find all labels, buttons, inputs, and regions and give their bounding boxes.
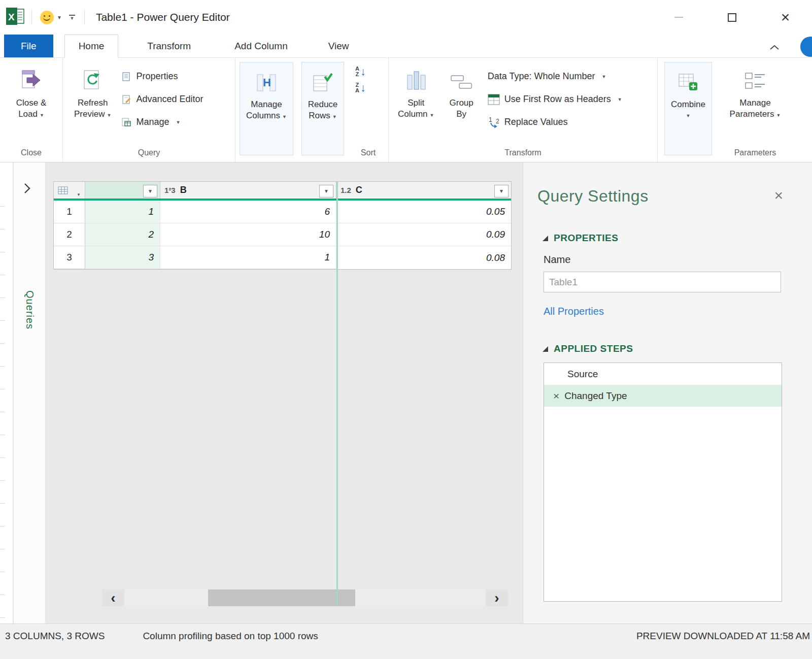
- minimize-button[interactable]: [652, 0, 705, 35]
- status-profiling-info[interactable]: Column profiling based on top 1000 rows: [143, 631, 318, 642]
- applied-step-changed-type[interactable]: × Changed Type: [544, 385, 782, 407]
- collapse-ribbon-icon[interactable]: [769, 43, 780, 52]
- group-by-button[interactable]: Group By: [447, 65, 477, 121]
- svg-text:X: X: [8, 12, 15, 22]
- close-and-load-label: Load: [18, 109, 38, 119]
- help-button[interactable]: [800, 37, 812, 57]
- titlebar-divider: [31, 10, 32, 24]
- table-row: 3 3 1 0.08: [54, 246, 511, 269]
- delete-step-icon[interactable]: ×: [553, 390, 559, 401]
- tab-add-column[interactable]: Add Column: [221, 35, 301, 57]
- refresh-preview-button[interactable]: Refresh Preview▼: [71, 65, 114, 122]
- manage-parameters-button[interactable]: Manage Parameters▼: [727, 65, 784, 122]
- split-column-label: Column: [398, 109, 428, 119]
- scroll-left-button[interactable]: ‹: [102, 589, 124, 606]
- horizontal-scrollbar[interactable]: ‹ ›: [102, 589, 508, 606]
- split-column-button[interactable]: Split Column▼: [395, 65, 437, 122]
- maximize-icon: [728, 13, 736, 22]
- group-label-query: Query: [63, 147, 235, 162]
- smiley-dropdown-icon[interactable]: ▼: [57, 15, 62, 20]
- group-by-label: Group: [450, 97, 473, 109]
- combine-button[interactable]: Combine ▼: [668, 67, 708, 122]
- cell[interactable]: 10: [160, 223, 336, 246]
- table-row: 2 2 10 0.09: [54, 223, 511, 246]
- cell[interactable]: 0.08: [336, 246, 511, 269]
- sort-ascending-button[interactable]: AZ ↓: [355, 66, 366, 77]
- tab-transform[interactable]: Transform: [133, 35, 205, 57]
- filter-button[interactable]: ▼: [143, 185, 157, 197]
- row-number[interactable]: 2: [54, 223, 85, 246]
- group-label-transform: Transform: [389, 147, 657, 162]
- ribbon-group-reduce-rows: Reduce Rows▼: [297, 58, 348, 162]
- dropdown-caret-icon: ▼: [686, 110, 691, 121]
- reduce-rows-button[interactable]: Reduce Rows▼: [305, 67, 341, 123]
- feedback-smiley-icon[interactable]: [40, 11, 54, 24]
- data-type-button[interactable]: Data Type: Whole Number ▼: [488, 65, 622, 88]
- group-label-sort: Sort: [348, 147, 388, 162]
- manage-parameters-label: Parameters: [730, 109, 774, 119]
- manage-parameters-label: Manage: [739, 97, 770, 109]
- row-number[interactable]: 1: [54, 201, 85, 223]
- collapsed-pane-sliver: [0, 162, 13, 623]
- replace-values-button[interactable]: 1 2 Replace Values: [488, 111, 622, 134]
- applied-step-source[interactable]: Source: [544, 363, 782, 385]
- scrollbar-track[interactable]: [124, 589, 486, 606]
- queries-pane-label: Queries: [24, 290, 36, 330]
- cell[interactable]: 0.05: [336, 201, 511, 223]
- tab-file[interactable]: File: [4, 35, 53, 57]
- column-header-b[interactable]: 1²3 B ▼: [160, 182, 336, 199]
- advanced-editor-button[interactable]: Advanced Editor: [121, 88, 203, 111]
- row-number[interactable]: 3: [54, 246, 85, 269]
- scroll-right-button[interactable]: ›: [486, 589, 508, 606]
- close-and-load-button[interactable]: Close & Load▼: [13, 65, 50, 122]
- group-label-parameters: Parameters: [719, 147, 812, 162]
- column-header-1[interactable]: ▼: [85, 182, 160, 199]
- close-button[interactable]: ×: [759, 0, 812, 35]
- tab-home[interactable]: Home: [64, 35, 119, 58]
- all-properties-link[interactable]: All Properties: [544, 306, 604, 317]
- manage-button[interactable]: Manage ▼: [121, 111, 203, 134]
- cell[interactable]: 0.09: [336, 223, 511, 246]
- filter-button[interactable]: ▼: [494, 185, 509, 197]
- properties-section-header[interactable]: PROPERTIES: [543, 233, 618, 244]
- name-label: Name: [544, 254, 570, 266]
- select-all-cell[interactable]: ▼: [54, 182, 85, 199]
- query-settings-panel: Query Settings × PROPERTIES Name All Pro…: [523, 162, 812, 623]
- filter-button[interactable]: ▼: [319, 185, 333, 197]
- close-settings-icon[interactable]: ×: [774, 188, 783, 203]
- window-controls: ×: [652, 0, 812, 35]
- expand-queries-icon[interactable]: [24, 183, 30, 196]
- maximize-button[interactable]: [705, 0, 759, 35]
- svg-text:H: H: [263, 76, 271, 89]
- use-first-row-as-headers-button[interactable]: Use First Row as Headers ▼: [488, 88, 622, 111]
- filter-caret-icon: ▼: [148, 188, 153, 194]
- cell[interactable]: 6: [160, 201, 336, 223]
- properties-button[interactable]: Properties: [121, 65, 203, 88]
- query-name-input[interactable]: [544, 272, 781, 292]
- cell[interactable]: 2: [85, 223, 160, 246]
- tab-view[interactable]: View: [315, 35, 363, 57]
- column-boundary-highlight: [336, 181, 338, 605]
- scrollbar-thumb[interactable]: [208, 589, 355, 606]
- manage-columns-button[interactable]: H Manage Columns▼: [243, 67, 290, 123]
- step-label: Source: [567, 369, 598, 380]
- cell[interactable]: 1: [160, 246, 336, 269]
- column-header-c[interactable]: 1.2 C ▼: [336, 182, 511, 199]
- table-header-icon: [488, 94, 500, 105]
- reduce-rows-icon: [311, 68, 334, 97]
- cell[interactable]: 3: [85, 246, 160, 269]
- filter-caret-icon: ▼: [324, 188, 329, 194]
- reduce-rows-label: Rows: [309, 111, 330, 120]
- decimal-type-icon: 1.2: [341, 186, 351, 194]
- ribbon-group-query: Refresh Preview▼ Properties: [63, 58, 235, 162]
- filter-caret-icon: ▼: [499, 188, 504, 194]
- excel-app-icon[interactable]: X: [6, 8, 25, 27]
- cell[interactable]: 1: [85, 201, 160, 223]
- titlebar-divider: [84, 10, 85, 24]
- applied-steps-section-header[interactable]: APPLIED STEPS: [543, 343, 633, 354]
- quick-access-toolbar-dropdown-icon[interactable]: ▼: [69, 15, 75, 20]
- sort-descending-button[interactable]: ZA ↓: [355, 82, 366, 93]
- status-columns-rows: 3 COLUMNS, 3 ROWS: [5, 631, 105, 642]
- queries-pane-collapsed[interactable]: Queries: [14, 162, 46, 623]
- dropdown-caret-icon: ▼: [618, 97, 622, 102]
